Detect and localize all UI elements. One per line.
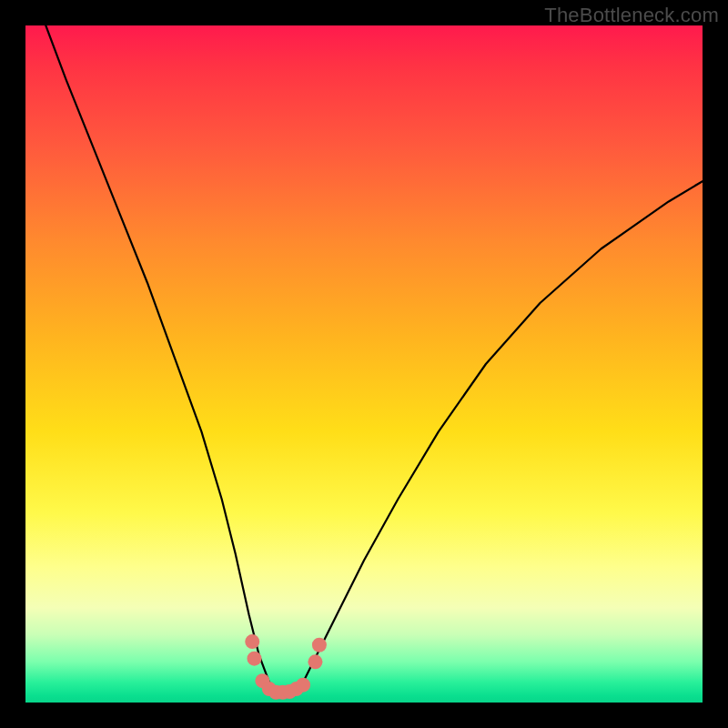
plot-area [25,25,703,703]
bottleneck-curve [46,25,703,693]
chart-frame: TheBottleneck.com [0,0,728,728]
curve-marker [312,638,327,652]
curve-marker [245,634,259,649]
watermark-text: TheBottleneck.com [544,4,719,27]
curve-markers [245,634,327,700]
curve-marker [308,654,322,669]
curve-marker [296,678,310,693]
curve-marker [247,652,261,666]
curve-layer [25,25,703,703]
